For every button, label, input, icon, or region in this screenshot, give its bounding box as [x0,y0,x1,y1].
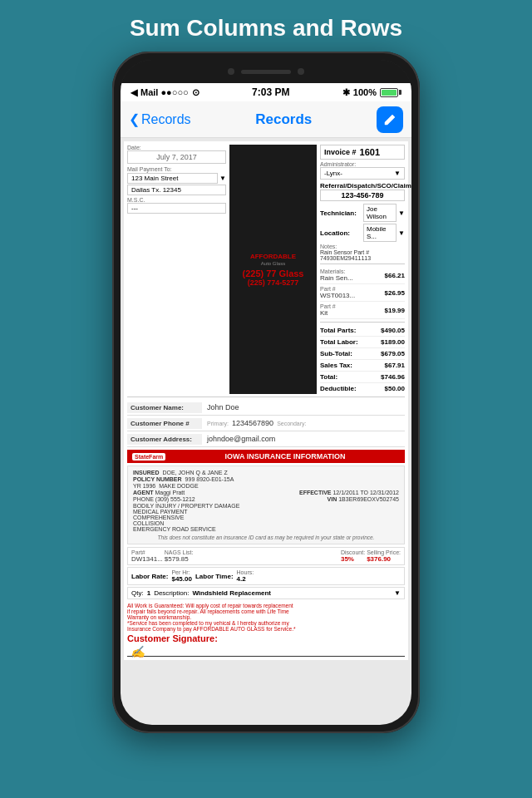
effective-dates: 12/1/2011 TO 12/31/2012 [332,490,399,495]
notes-label: Notes: [320,244,405,249]
yr-label: YR 1996 [133,483,155,489]
warranty-text: All Work is Guaranteed: Will apply cost … [127,603,405,632]
vin-label: VIN [328,496,337,502]
back-arrow-status: ◀ [131,87,137,98]
mat0-label: Materials: [320,268,353,274]
coverage-bodily: BODILY INJURY / PROPERTY DAMAGE [133,503,399,509]
customer-name-value: John Doe [202,401,405,413]
part-number-label: Part# [131,549,163,555]
material-row-2: Part # Kit $19.99 [320,302,405,319]
technician-row: Technician: Joe Wilson ▼ [320,204,405,222]
company-subtitle: Auto Glass [261,261,285,266]
discount-label: Discount: [341,549,365,555]
material-row-1: Part # WST0013... $26.95 [320,284,405,302]
effective-label: EFFECTIVE [299,490,332,495]
referral-value: 123-456-789 [320,190,405,201]
dropdown-tech[interactable]: ▼ [398,209,405,217]
signature-label: Customer Signature: [127,633,405,643]
back-button[interactable]: ❮ Records [129,111,191,127]
document-scroll[interactable]: Date: July 7, 2017 Mail Payment To: 123 … [121,138,411,725]
discount-value: 35% [341,555,365,563]
insurance-title: IOWA INSURANCE INFORMATION [170,452,400,461]
customer-address-value: johndoe@gmail.com [202,433,405,445]
mat0-name: Rain Sen... [320,274,353,282]
invoice-row: Invoice # 1601 [320,145,405,160]
speaker-slot [241,70,291,74]
dropdown-loc[interactable]: ▼ [398,229,405,237]
status-left: ◀ Mail ●●○○○ ⊙ [131,87,200,98]
total-parts-label: Total Parts: [320,327,356,334]
admin-value-row: -Lynx- ▼ [320,167,405,180]
mat1-price: $26.95 [385,289,405,297]
insurance-header: StateFarm IOWA INSURANCE INFORMATION [127,450,405,463]
deductible-label: Deductible: [320,385,357,392]
phone-top-bar [121,60,411,83]
coverage-collision: COLLISION [133,520,399,526]
chevron-left-icon: ❮ [129,111,140,127]
total-value: $746.96 [381,373,405,381]
policy-value: 999 8920-E01-15A [185,476,234,482]
coverage-medical: MEDICAL PAYMENT [133,509,399,515]
vin-value: 1B3ER69EOXV502745 [338,496,399,502]
agent-label: AGENT [133,490,154,495]
primary-label: Primary: [207,421,229,426]
date-label: Date: [127,145,226,150]
customer-phone-row: Customer Phone # Primary: 1234567890 Sec… [127,416,405,431]
deductible-row: Deductible: $50.00 [320,383,405,394]
qty-desc-row: Qty: 1 Description: Windshield Replaceme… [127,587,405,599]
address-line1: 123 Main Street [127,173,218,184]
dropdown-desc[interactable]: ▼ [394,589,401,597]
edit-button[interactable] [377,106,403,133]
ins-disclaimer: This does not constitute an insurance ID… [133,534,399,540]
mat2-price: $19.99 [385,307,405,314]
mat1-name: WST0013... [320,292,355,299]
page-title: Sum Columns and Rows [0,0,532,52]
desc-label: Description: [154,589,189,597]
phone-ins-label: PHONE (309) 555-1212 [133,496,195,502]
admin-label: Administrator: [320,161,405,167]
customer-address-row: Customer Address: johndoe@gmail.com [127,431,405,447]
coverage-comprehensive: COMPREHENSIVE [133,515,399,520]
referral-label: Referral/Dispatch/SCO/Claim: [320,182,405,190]
wifi-icon: ⊙ [192,87,200,98]
materials-section: Materials: Rain Sen... $66.21 Part # WST… [320,267,405,319]
document-content: Date: July 7, 2017 Mail Payment To: 123 … [124,141,408,660]
make-label: MAKE DODGE [159,483,198,489]
dropdown-arrow-address[interactable]: ▼ [219,175,226,182]
total-labor-row: Total Labor: $189.00 [320,337,405,348]
location-row: Location: Mobile S... ▼ [320,224,405,242]
customer-name-label: Customer Name: [127,402,202,413]
insured-value: DOE, JOHN Q & JANE Z [163,470,228,475]
sales-tax-value: $67.91 [385,362,405,369]
signature-area: ✍ [127,645,405,657]
dropdown-admin[interactable]: ▼ [394,170,401,177]
notes-line2: 74930EM29411113 [320,255,405,261]
invoice-label: Invoice # [324,148,357,156]
customer-address-label: Customer Address: [127,434,202,445]
customer-phone-label: Customer Phone # [127,418,202,429]
total-label: Total: [320,373,337,381]
battery-icon [380,88,401,97]
subtotal-row: Sub-Total: $679.05 [320,348,405,360]
part-row: Part# DW1341... NAGS List: $579.85 Disco… [127,547,405,565]
total-parts-value: $490.05 [381,327,405,334]
labor-hours-value: 4.2 [237,575,254,583]
per-hr-label: Per Hr: [171,569,191,575]
agent-name: Maggi Pratt [155,490,185,495]
material-row-0: Materials: Rain Sen... $66.21 [320,267,405,284]
mat2-name: Kit [320,309,336,317]
camera-dot [228,68,234,75]
qty-value: 1 [147,589,150,597]
nav-bar: ❮ Records Records [121,101,411,138]
desc-value: Windshield Replacement [192,589,391,597]
insured-label: INSURED [133,470,160,475]
phone-shell: ◀ Mail ●●○○○ ⊙ 7:03 PM ✱ 100% ❮ Records … [112,52,420,733]
company-brand: AFFORDABLE [250,253,296,260]
total-parts-row: Total Parts: $490.05 [320,325,405,337]
date-value: July 7, 2017 [127,150,226,164]
selling-label: Selling Price: [367,549,401,555]
customer-phone-value: Primary: 1234567890 Secondary: [202,417,405,429]
state-farm-logo: StateFarm [132,453,165,461]
phone-number: 1234567890 [232,419,273,427]
subtotal-value: $679.05 [381,350,405,357]
